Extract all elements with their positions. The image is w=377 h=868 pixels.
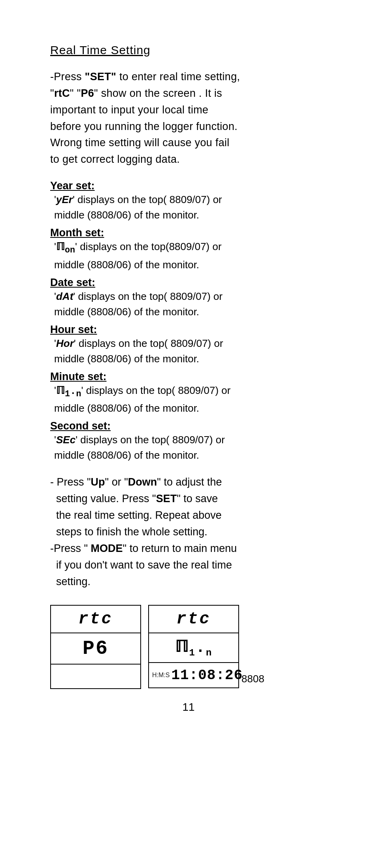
display-right-mn: ℿ1.n xyxy=(175,637,213,658)
hour-key: Hor xyxy=(56,337,74,349)
instruction-5: -Press " MODE" to return to main menu xyxy=(50,540,327,557)
display-time: 11:08:26 xyxy=(171,667,243,683)
section-header-date: Date set: xyxy=(50,277,327,289)
display-left-row2: P6 xyxy=(51,633,140,665)
display-right-row2: ℿ1.n xyxy=(149,633,238,663)
display-left-rtc: rtc xyxy=(78,610,113,629)
displays-row: rtc P6 rtc ℿ1.n H:M:S 11:08:26 xyxy=(50,605,327,689)
display-right-rtc: rtc xyxy=(176,610,211,629)
intro-line6: to get correct logging data. xyxy=(50,153,180,165)
intro-line2-mid: " " xyxy=(70,87,81,99)
display-right-time-row: H:M:S 11:08:26 xyxy=(149,663,238,687)
intro-line4: before you running the logger function. xyxy=(50,121,238,132)
instruction-3: the real time setting. Repeat above xyxy=(50,507,327,524)
second-key: SEc xyxy=(56,434,75,446)
display-box-right: rtc ℿ1.n H:M:S 11:08:26 xyxy=(148,605,239,688)
section-second: Second set: 'SEc' displays on the top( 8… xyxy=(50,420,327,463)
section-desc-year: 'yEr' displays on the top( 8809/07) or m… xyxy=(50,192,327,223)
section-desc-month: 'ℿon' displays on the top(8809/07) or mi… xyxy=(50,239,327,273)
section-header-hour: Hour set: xyxy=(50,324,327,336)
intro-p6: P6 xyxy=(81,87,94,99)
section-minute: Minute set: 'ℿ1.n' displays on the top( … xyxy=(50,371,327,416)
instruction-4: steps to finish the whole setting. xyxy=(50,524,327,540)
year-key: yEr xyxy=(56,194,73,205)
display-right-wrapper: rtc ℿ1.n H:M:S 11:08:26 8808 xyxy=(148,605,264,688)
intro-paragraph: -Press "SET" to enter real time setting,… xyxy=(50,69,327,168)
intro-set-bold: "SET" xyxy=(85,71,117,83)
intro-line5: Wrong time setting will cause you fail xyxy=(50,137,230,149)
display-left-row1: rtc xyxy=(51,606,140,633)
section-month: Month set: 'ℿon' displays on the top(880… xyxy=(50,227,327,273)
section-desc-date: 'dAt' displays on the top( 8809/07) or m… xyxy=(50,289,327,320)
up-bold: Up xyxy=(91,476,105,488)
mode-bold: MODE xyxy=(91,542,123,554)
section-header-minute: Minute set: xyxy=(50,371,327,383)
instruction-6: if you don't want to save the real time xyxy=(50,557,327,574)
instructions-block: - Press "Up" or "Down" to adjust the set… xyxy=(50,474,327,590)
section-header-month: Month set: xyxy=(50,227,327,239)
minute-key: ℿ1.n xyxy=(56,385,81,397)
section-desc-minute: 'ℿ1.n' displays on the top( 8809/07) or … xyxy=(50,383,327,416)
display-box-left: rtc P6 xyxy=(50,605,141,689)
intro-line1-post: to enter real time setting, xyxy=(116,71,240,83)
intro-rtc: rtC xyxy=(54,87,70,99)
set-bold-2: SET xyxy=(156,493,177,505)
section-desc-second: 'SEc' displays on the top( 8809/07) or m… xyxy=(50,432,327,463)
section-desc-hour: 'Hor' displays on the top( 8809/07) or m… xyxy=(50,336,327,367)
display-model-label: 8808 xyxy=(241,673,264,688)
section-hour: Hour set: 'Hor' displays on the top( 880… xyxy=(50,324,327,367)
down-bold: Down xyxy=(128,476,157,488)
hms-label: H:M:S xyxy=(152,672,170,679)
instruction-1: - Press "Up" or "Down" to adjust the xyxy=(50,474,327,491)
section-year: Year set: 'yEr' displays on the top( 880… xyxy=(50,180,327,223)
section-date: Date set: 'dAt' displays on the top( 880… xyxy=(50,277,327,320)
display-left-p6: P6 xyxy=(83,637,109,660)
display-left-row3 xyxy=(51,665,140,688)
instruction-2: setting value. Press "SET" to save xyxy=(50,491,327,507)
month-key: ℿon xyxy=(56,241,75,253)
intro-line2: " xyxy=(50,87,54,99)
intro-line3: important to input your local time xyxy=(50,104,208,116)
display-right-row1: rtc xyxy=(149,606,238,633)
page-title: Real Time Setting xyxy=(50,43,327,57)
date-key: dAt xyxy=(56,290,73,302)
intro-line1-pre: -Press xyxy=(50,71,85,83)
page-container: Real Time Setting -Press "SET" to enter … xyxy=(50,0,327,745)
section-header-second: Second set: xyxy=(50,420,327,432)
intro-line2-post: " show on the screen . It is xyxy=(94,87,222,99)
section-header-year: Year set: xyxy=(50,180,327,192)
instruction-7: setting. xyxy=(50,574,327,590)
page-number: 11 xyxy=(50,701,327,714)
